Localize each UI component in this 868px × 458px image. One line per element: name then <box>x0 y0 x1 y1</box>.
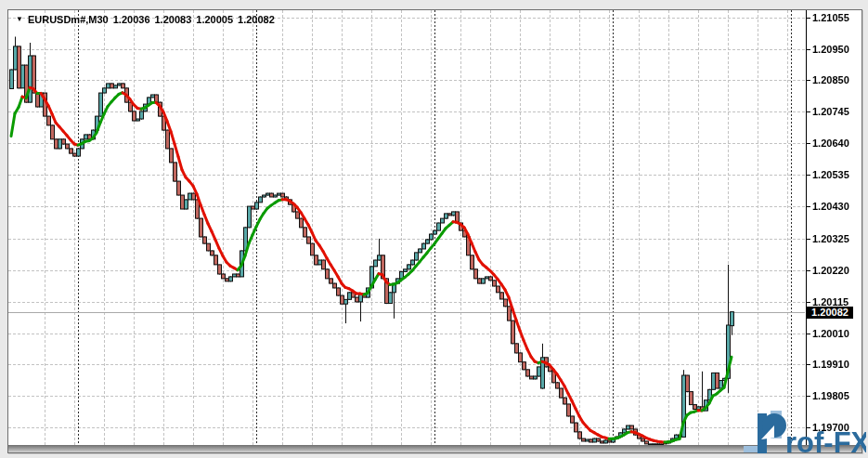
prof-fx-logo: rof-FX <box>742 409 866 458</box>
chevron-down-icon[interactable]: ▼ <box>16 15 23 24</box>
price-axis-label: 1.20325 <box>812 233 861 245</box>
chart-window: ▼ EURUSDm#,M30 1.20036 1.20083 1.20005 1… <box>7 9 862 453</box>
ohlc-high-value: 1.20083 <box>155 14 192 25</box>
chart-title-overlay[interactable]: ▼ EURUSDm#,M30 1.20036 1.20083 1.20005 1… <box>16 13 275 26</box>
price-axis-label: 1.21055 <box>812 12 861 24</box>
price-axis-label: 1.20640 <box>812 137 861 150</box>
price-axis-label: 1.20850 <box>812 74 861 86</box>
current-price-tag: 1.20082 <box>807 307 853 319</box>
price-axis-label: 1.19910 <box>812 359 861 371</box>
price-axis-label: 1.19805 <box>812 390 861 402</box>
ohlc-low-value: 1.20005 <box>196 14 233 25</box>
window-bottom-edge <box>8 445 862 452</box>
ohlc-open-value: 1.20036 <box>113 14 150 25</box>
logo-p-glyph <box>744 411 786 453</box>
symbol-timeframe-label: EURUSDm#,M30 <box>28 14 109 25</box>
price-axis-label: 1.20745 <box>812 106 861 118</box>
price-axis-label: 1.20220 <box>812 265 861 277</box>
price-chart-canvas[interactable] <box>8 10 862 445</box>
price-axis[interactable]: 1.210551.209501.208501.207451.206401.205… <box>806 10 862 445</box>
desktop-background: { "window": { "title_overlay": { "dropdo… <box>0 0 868 458</box>
price-axis-label: 1.20430 <box>812 201 861 213</box>
ohlc-close-value: 1.20082 <box>238 14 275 25</box>
price-axis-label: 1.20010 <box>812 328 861 340</box>
price-axis-label: 1.20535 <box>812 169 861 181</box>
logo-text: rof-FX <box>785 426 866 458</box>
price-axis-label: 1.20950 <box>812 44 861 56</box>
